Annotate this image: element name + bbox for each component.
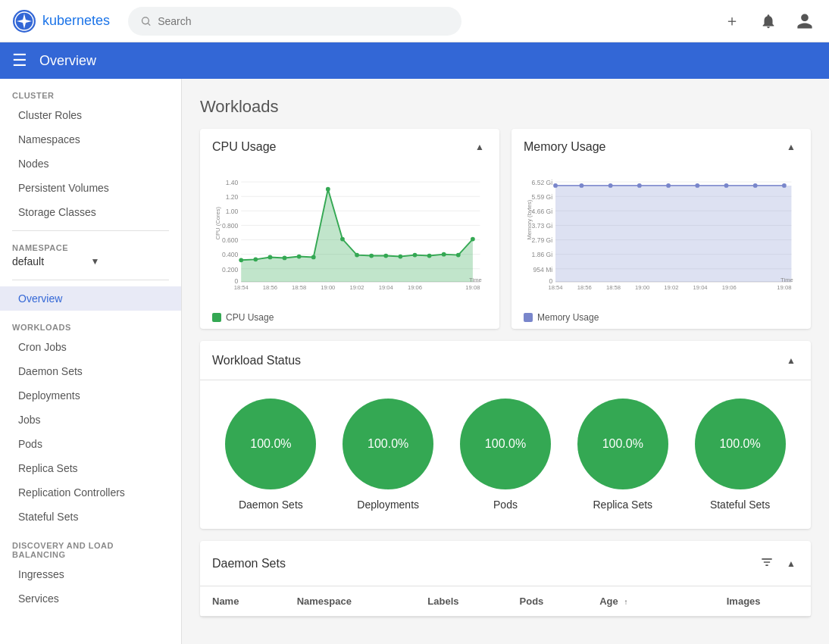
daemon-sets-table-container: Name Namespace Labels Pods <box>200 586 811 617</box>
cpu-legend-dot <box>212 313 221 322</box>
sidebar-item-storage-classes[interactable]: Storage Classes <box>0 200 181 224</box>
logo: kubernetes <box>12 9 110 33</box>
cpu-chart-collapse-button[interactable] <box>472 138 487 155</box>
workload-item-pods: 100.0% Pods <box>460 399 551 511</box>
namespace-label: Namespace <box>12 243 169 252</box>
chevron-up-icon <box>475 141 484 152</box>
sidebar-item-overview[interactable]: Overview <box>0 286 181 311</box>
sidebar-item-pods[interactable]: Pods <box>0 432 181 456</box>
user-icon <box>796 12 814 30</box>
breadcrumb-bar: ☰ Overview <box>0 42 829 79</box>
sidebar-item-namespaces[interactable]: Namespaces <box>0 127 181 152</box>
sidebar-item-replica-sets[interactable]: Replica Sets <box>0 456 181 480</box>
memory-chart-collapse-button[interactable] <box>784 138 799 155</box>
svg-text:18:54: 18:54 <box>548 284 563 291</box>
svg-point-71 <box>666 183 671 188</box>
memory-chart-area: 6.52 Gi 5.59 Gi 4.66 Gi 3.73 Gi 2.79 Gi … <box>511 164 811 309</box>
svg-text:19:04: 19:04 <box>379 284 394 291</box>
daemon-sets-header: Daemon Sets <box>200 541 811 586</box>
sidebar-divider-1 <box>12 230 169 231</box>
col-images: Images <box>715 586 811 617</box>
deployments-circle: 100.0% <box>343 399 433 489</box>
svg-text:18:54: 18:54 <box>234 284 249 291</box>
sidebar-item-stateful-sets[interactable]: Stateful Sets <box>0 505 181 529</box>
svg-text:2.79 Gi: 2.79 Gi <box>532 236 553 244</box>
chevron-up-icon-ds <box>787 558 796 569</box>
svg-point-36 <box>427 254 432 258</box>
topbar: kubernetes ＋ <box>0 0 829 42</box>
svg-point-69 <box>608 183 613 188</box>
svg-text:0.800: 0.800 <box>222 222 239 230</box>
sidebar-divider-2 <box>12 280 169 280</box>
chevron-up-icon-ws <box>787 355 796 366</box>
workload-status-collapse-button[interactable] <box>784 352 799 369</box>
workload-status-card: Workload Status 100.0% Daemon Sets 100.0… <box>200 341 811 529</box>
notifications-button[interactable] <box>756 9 781 33</box>
memory-usage-card: Memory Usage 6.52 Gi 5.59 Gi 4.66 Gi 3.7… <box>511 129 811 329</box>
workload-item-stateful-sets: 100.0% Stateful Sets <box>695 399 786 511</box>
chevron-down-icon: ▼ <box>91 256 170 267</box>
svg-text:954 Mi: 954 Mi <box>533 266 552 274</box>
daemon-sets-table-head: Name Namespace Labels Pods <box>200 586 811 617</box>
stateful-sets-label: Stateful Sets <box>710 499 770 511</box>
app-name: kubernetes <box>42 13 110 29</box>
sidebar-item-persistent-volumes[interactable]: Persistent Volumes <box>0 176 181 200</box>
replica-sets-label: Replica Sets <box>593 499 652 511</box>
svg-text:3.73 Gi: 3.73 Gi <box>532 222 553 230</box>
workload-status-header: Workload Status <box>200 341 811 380</box>
cpu-usage-card: CPU Usage 1.40 1.20 1.00 0.800 0.600 0.4… <box>200 129 499 329</box>
col-name: Name <box>200 586 285 617</box>
menu-button[interactable]: ☰ <box>12 51 27 70</box>
sidebar-item-ingresses[interactable]: Ingresses <box>0 562 181 586</box>
svg-text:Memory (bytes): Memory (bytes) <box>526 199 533 239</box>
svg-point-3 <box>142 17 149 23</box>
daemon-sets-collapse-button[interactable] <box>784 555 799 572</box>
namespace-select[interactable]: default ▼ <box>12 255 169 267</box>
cpu-chart-svg: 1.40 1.20 1.00 0.800 0.600 0.400 0.200 0… <box>212 164 487 301</box>
svg-point-74 <box>753 183 758 188</box>
namespace-selector-wrapper: Namespace default ▼ <box>0 237 181 274</box>
workload-item-replica-sets: 100.0% Replica Sets <box>577 399 668 511</box>
stateful-sets-circle: 100.0% <box>695 399 786 489</box>
svg-text:18:58: 18:58 <box>606 284 621 291</box>
sidebar-item-deployments[interactable]: Deployments <box>0 383 181 408</box>
svg-point-39 <box>471 237 475 242</box>
svg-text:18:56: 18:56 <box>263 284 277 291</box>
sidebar-item-cluster-roles[interactable]: Cluster Roles <box>0 103 181 127</box>
svg-text:0.200: 0.200 <box>222 266 239 274</box>
svg-point-37 <box>442 252 446 257</box>
svg-line-4 <box>149 23 151 25</box>
sidebar-item-services[interactable]: Services <box>0 586 181 611</box>
user-button[interactable] <box>793 9 817 33</box>
pods-percent: 100.0% <box>485 437 526 451</box>
svg-point-68 <box>580 183 584 188</box>
bell-icon <box>760 13 777 30</box>
svg-point-24 <box>253 257 258 261</box>
daemon-sets-table: Name Namespace Labels Pods <box>200 586 811 617</box>
sidebar-item-cron-jobs[interactable]: Cron Jobs <box>0 335 181 359</box>
sidebar-item-jobs[interactable]: Jobs <box>0 408 181 432</box>
sidebar-item-nodes[interactable]: Nodes <box>0 152 181 176</box>
svg-text:1.86 Gi: 1.86 Gi <box>532 251 553 258</box>
svg-text:4.66 Gi: 4.66 Gi <box>532 208 553 215</box>
search-input[interactable] <box>158 15 449 27</box>
pods-label: Pods <box>493 499 518 511</box>
svg-point-25 <box>268 255 273 260</box>
memory-chart-title: Memory Usage <box>524 140 605 154</box>
svg-point-67 <box>553 183 558 188</box>
daemon-sets-label: Daemon Sets <box>239 499 303 511</box>
col-age[interactable]: Age ↑ <box>587 586 674 617</box>
plus-icon: ＋ <box>724 11 740 31</box>
add-button[interactable]: ＋ <box>720 9 744 33</box>
svg-marker-66 <box>555 186 791 282</box>
daemon-sets-actions <box>756 552 799 575</box>
sidebar-item-replication-controllers[interactable]: Replication Controllers <box>0 480 181 505</box>
pods-circle: 100.0% <box>460 399 551 489</box>
svg-text:Time: Time <box>781 277 793 283</box>
sidebar-item-daemon-sets[interactable]: Daemon Sets <box>0 359 181 383</box>
search-bar[interactable] <box>128 7 461 36</box>
workloads-title: Workloads <box>200 97 811 117</box>
daemon-sets-filter-button[interactable] <box>756 552 777 575</box>
svg-point-38 <box>456 253 461 258</box>
workloads-section-label: Workloads <box>0 311 181 335</box>
